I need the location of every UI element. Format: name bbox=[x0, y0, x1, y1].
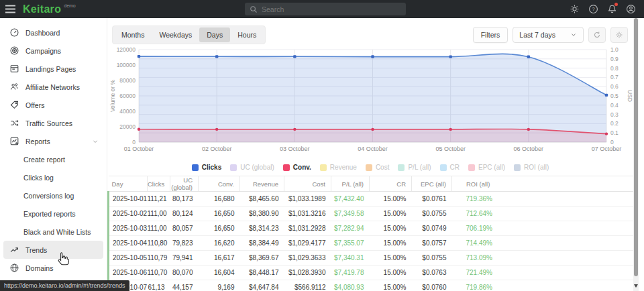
sidebar-item-exported-reports[interactable]: Exported reports bbox=[0, 205, 107, 223]
date-range-select[interactable]: Last 7 days bbox=[513, 27, 584, 43]
filters-button[interactable]: Filters bbox=[473, 27, 508, 43]
cell-roi-all: 713.09% bbox=[452, 251, 634, 266]
legend-label: Revenue bbox=[330, 164, 357, 171]
menu-icon[interactable] bbox=[0, 5, 20, 13]
sidebar-item-label: Conversions log bbox=[23, 192, 74, 200]
chevron-down-icon bbox=[570, 32, 577, 38]
cell-revenue: $8,465.60 bbox=[240, 192, 284, 207]
sidebar-nav: DashboardCampaignsLandings PagesAffiliat… bbox=[0, 23, 107, 277]
tab-hours[interactable]: Hours bbox=[230, 27, 264, 42]
legend-item-clicks[interactable]: Clicks bbox=[192, 164, 221, 171]
column-header-roi-all[interactable]: ROI (all) bbox=[452, 176, 634, 192]
cell-p-l-all: $7,355.07 bbox=[331, 236, 370, 251]
table-header-row: DayClicksUC (global)Conv.RevenueCostP/L … bbox=[109, 176, 634, 192]
sidebar-item-affiliate-networks[interactable]: Affiliate Networks bbox=[0, 78, 107, 96]
sidebar-item-landings-pages[interactable]: Landings Pages bbox=[0, 60, 107, 78]
cell-day: 2025-10-02 bbox=[109, 207, 148, 221]
cell-cr: 15.00% bbox=[370, 192, 412, 207]
column-header-clicks[interactable]: Clicks bbox=[148, 176, 170, 192]
svg-text:05 October: 05 October bbox=[435, 146, 466, 152]
legend-item-revenue[interactable]: Revenue bbox=[320, 164, 357, 171]
cell-p-l-all: $7,419.78 bbox=[331, 266, 370, 280]
legend-item-p-l-all[interactable]: P/L (all) bbox=[398, 164, 431, 171]
chart-settings-button[interactable] bbox=[610, 27, 628, 43]
cell-uc-global: 79,941 bbox=[170, 251, 199, 266]
cell-clicks: 110,79 bbox=[148, 251, 170, 266]
vertical-scrollbar[interactable] bbox=[633, 18, 639, 291]
sidebar-item-dashboard[interactable]: Dashboard bbox=[0, 23, 107, 42]
svg-text:06 October: 06 October bbox=[514, 146, 544, 152]
cell-roi-all: 712.64% bbox=[452, 207, 634, 221]
sidebar-item-traffic-sources[interactable]: Traffic Sources bbox=[0, 114, 107, 132]
legend-item-cost[interactable]: Cost bbox=[366, 164, 390, 171]
svg-text:04 October: 04 October bbox=[358, 146, 388, 152]
legend-item-epc-all[interactable]: EPC (all) bbox=[468, 164, 505, 171]
sidebar-item-black-and-white-lists[interactable]: Black and White Lists bbox=[0, 223, 107, 241]
column-header-day[interactable]: Day bbox=[109, 176, 148, 192]
cell-clicks: 111,00 bbox=[148, 221, 170, 236]
cell-cost: $1,031.2928 bbox=[284, 221, 331, 236]
trends-chart[interactable]: 02000040000600008000010000012000000.10.2… bbox=[107, 45, 633, 162]
traffic-icon bbox=[9, 118, 19, 128]
app-logo[interactable]: Keitaro demo bbox=[23, 0, 76, 18]
column-header-cost[interactable]: Cost bbox=[284, 176, 331, 192]
tab-months[interactable]: Months bbox=[114, 27, 152, 42]
scrollbar-thumb[interactable] bbox=[634, 18, 638, 276]
sidebar-item-clicks-log[interactable]: Clicks log bbox=[0, 168, 107, 186]
sidebar-item-trends[interactable]: Trends bbox=[3, 241, 103, 259]
svg-text:0.3: 0.3 bbox=[610, 111, 619, 118]
cell-revenue: $4,647.84 bbox=[240, 280, 284, 291]
legend-item-cr[interactable]: CR bbox=[440, 164, 460, 171]
cell-cr: 15.00% bbox=[370, 251, 412, 266]
column-header-uc-global[interactable]: UC (global) bbox=[170, 176, 199, 192]
tab-weekdays[interactable]: Weekdays bbox=[152, 27, 199, 42]
toolbar-right: Filters Last 7 days bbox=[473, 27, 628, 43]
sidebar-item-reports[interactable]: Reports bbox=[0, 132, 107, 150]
table-row: 2025-10-02111,0080,12416,650$8,380.90$1,… bbox=[109, 207, 634, 221]
view-tabs: MonthsWeekdaysDaysHours bbox=[112, 25, 266, 44]
cell-revenue: $8,369.67 bbox=[240, 251, 284, 266]
sidebar-item-domains[interactable]: Domains bbox=[0, 259, 107, 277]
sidebar-item-label: Traffic Sources bbox=[25, 119, 72, 127]
sidebar-item-conversions-log[interactable]: Conversions log bbox=[0, 186, 107, 205]
affiliates-icon bbox=[9, 82, 19, 92]
gear-icon[interactable] bbox=[570, 4, 580, 14]
column-header-p-l-all[interactable]: P/L (all) bbox=[331, 176, 370, 192]
main-content: MonthsWeekdaysDaysHours Filters Last 7 d… bbox=[107, 18, 633, 291]
search-box[interactable] bbox=[245, 3, 406, 15]
bell-icon[interactable] bbox=[607, 4, 617, 14]
cell-conv: 16,604 bbox=[199, 266, 240, 280]
column-header-revenue[interactable]: Revenue bbox=[240, 176, 284, 192]
legend-swatch bbox=[514, 164, 521, 171]
sidebar-item-create-report[interactable]: Create report bbox=[0, 150, 107, 168]
cell-conv: 16,680 bbox=[199, 192, 240, 207]
legend-swatch bbox=[440, 164, 447, 171]
cell-roi-all: 719.86% bbox=[452, 280, 634, 291]
sidebar-item-campaigns[interactable]: Campaigns bbox=[0, 42, 107, 60]
chart-canvas[interactable]: 02000040000600008000010000012000000.10.2… bbox=[107, 45, 633, 159]
cell-conv: 16,650 bbox=[199, 221, 240, 236]
user-avatar-icon[interactable] bbox=[626, 4, 636, 14]
tab-days[interactable]: Days bbox=[199, 27, 230, 42]
svg-text:03 October: 03 October bbox=[280, 146, 310, 152]
svg-text:80000: 80000 bbox=[119, 77, 136, 84]
column-header-epc-all[interactable]: EPC (all) bbox=[412, 176, 452, 192]
sidebar-item-offers[interactable]: Offers bbox=[0, 96, 107, 114]
refresh-button[interactable] bbox=[588, 27, 606, 43]
cell-roi-all: 719.36% bbox=[452, 192, 634, 207]
small-gear-icon bbox=[615, 31, 623, 39]
column-header-conv[interactable]: Conv. bbox=[199, 176, 240, 192]
cell-clicks: 111,00 bbox=[148, 207, 170, 221]
cell-revenue: $8,384.49 bbox=[240, 236, 284, 251]
legend-item-conv[interactable]: Conv. bbox=[283, 164, 311, 171]
svg-text:0.6: 0.6 bbox=[610, 83, 619, 90]
legend-label: Conv. bbox=[293, 164, 311, 171]
search-input[interactable] bbox=[262, 5, 401, 13]
legend-item-roi-all[interactable]: ROI (all) bbox=[514, 164, 549, 171]
svg-text:0.8: 0.8 bbox=[610, 65, 619, 72]
table-row: 2025-10-05110,7979,94116,617$8,369.67$1,… bbox=[109, 251, 634, 266]
column-header-cr[interactable]: CR bbox=[370, 176, 412, 192]
help-icon[interactable]: ? bbox=[588, 4, 598, 14]
scrollbar-down-arrow[interactable] bbox=[634, 284, 638, 288]
legend-item-uc-global[interactable]: UC (global) bbox=[230, 164, 274, 171]
